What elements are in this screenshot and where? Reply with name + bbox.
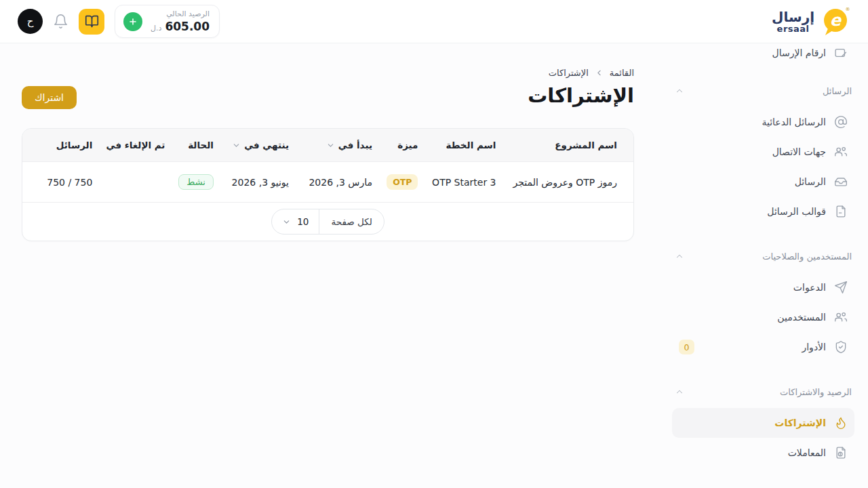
- app-root: e ® إرسال ersaal الرصيد الحالي 605.00 د.…: [0, 0, 868, 488]
- cell-status: نشط: [170, 174, 213, 190]
- balance-label: الرصيد الحالي: [166, 9, 210, 18]
- plus-icon: [128, 17, 138, 26]
- topbar: e ® إرسال ersaal الرصيد الحالي 605.00 د.…: [0, 0, 868, 43]
- per-page-label: لكل صفحة: [319, 209, 383, 234]
- per-page-value: 10: [297, 216, 309, 227]
- sidebar-section-header-users[interactable]: المستخدمين والصلاحيات: [672, 249, 854, 263]
- chevron-up-icon: [675, 251, 684, 261]
- sidebar-item-label: الدعوات: [679, 282, 826, 293]
- title-row: الإشتراكات اشتراك: [22, 83, 634, 109]
- sidebar-item-label: قوالب الرسائل: [679, 206, 826, 217]
- balance-texts: الرصيد الحالي 605.00 د.ل: [151, 9, 210, 33]
- sidebar-item-invitations[interactable]: الدعوات: [672, 272, 854, 302]
- notifications-button[interactable]: [53, 14, 68, 29]
- sidebar-item-contacts[interactable]: جهات الاتصال: [672, 137, 854, 167]
- docs-button[interactable]: [79, 9, 104, 35]
- sidebar-item-transactions[interactable]: المعاملات: [672, 438, 854, 468]
- sidebar-item-label: جهات الاتصال: [679, 146, 826, 157]
- balance-currency: د.ل: [151, 24, 161, 33]
- page-title: الإشتراكات: [528, 83, 634, 108]
- sidebar-section-balance-subscriptions: الرصيد والاشتراكات الإشتراكات: [672, 385, 854, 468]
- column-header-plan: اسم الخطة: [423, 140, 496, 150]
- sidebar-section-header-messages[interactable]: الرسائل: [672, 84, 854, 98]
- table-footer: لكل صفحة 10: [22, 202, 633, 241]
- status-badge: نشط: [178, 174, 214, 190]
- sidebar-section-header-balance[interactable]: الرصيد والاشتراكات: [672, 385, 854, 399]
- file-text-icon: [834, 205, 848, 218]
- contacts-icon: [834, 145, 848, 159]
- brand-name-arabic: إرسال: [772, 10, 814, 24]
- send-icon: [834, 281, 848, 294]
- chevron-down-icon: [282, 218, 291, 226]
- sidebar-item-roles[interactable]: الأدوار 0: [672, 332, 854, 362]
- add-balance-button[interactable]: [123, 12, 142, 31]
- sidebar-item-label: الأدوار: [703, 342, 826, 352]
- brand-name-latin: ersaal: [777, 24, 810, 33]
- main-content: القائمة الإشتراكات الإشتراكات اشتراك اسم…: [0, 43, 661, 488]
- table-row[interactable]: رموز OTP وعروض المتجر OTP Starter 3 OTP …: [22, 161, 633, 202]
- section-title: المستخدمين والصلاحيات: [762, 251, 852, 262]
- svg-text:®: ®: [846, 7, 850, 12]
- shield-check-icon: [834, 340, 848, 354]
- chevron-up-icon: [675, 86, 684, 96]
- table-header-row: اسم المشروع اسم الخطة ميزة يبدأ في ينتهي…: [22, 129, 633, 161]
- sort-chevron-down-icon[interactable]: [326, 141, 335, 150]
- sidebar-item-label: المعاملات: [679, 447, 826, 458]
- topbar-actions: الرصيد الحالي 605.00 د.ل: [18, 5, 220, 38]
- sidebar-section-users-permissions: المستخدمين والصلاحيات الدعوات: [672, 249, 854, 362]
- brand-logo-icon: e ®: [821, 6, 850, 37]
- sidebar-item-label: المستخدمين: [679, 312, 826, 323]
- sidebar-item-message-templates[interactable]: قوالب الرسائل: [672, 197, 854, 226]
- feature-badge: OTP: [387, 174, 418, 190]
- column-header-cancelled: تم الإلغاء في: [98, 140, 165, 150]
- sidebar-section-messages: الرسائل الرسائل الدعائية: [672, 84, 854, 226]
- users-icon: [834, 310, 848, 324]
- breadcrumb-parent[interactable]: القائمة: [610, 68, 634, 78]
- roles-count-badge: 0: [679, 340, 694, 354]
- sidebar: ارقام الإرسال الرسائل الرسائل الدعائية: [661, 43, 868, 488]
- divider: [319, 209, 319, 234]
- sidebar-item-label: الرسائل: [679, 176, 826, 187]
- sidebar-item-subscriptions[interactable]: الإشتراكات: [672, 408, 854, 438]
- chevron-up-icon: [675, 387, 684, 396]
- column-header-ends[interactable]: ينتهي في: [219, 140, 289, 150]
- avatar-letter: ح: [27, 16, 34, 28]
- svg-text:e: e: [830, 11, 842, 30]
- per-page-control: لكل صفحة 10: [271, 209, 384, 235]
- section-title: الرصيد والاشتراكات: [780, 387, 852, 397]
- sidebar-item-users[interactable]: المستخدمين: [672, 302, 854, 332]
- sender-id-icon: [834, 46, 848, 60]
- section-title: الرسائل: [823, 86, 852, 96]
- subscriptions-table-card: اسم المشروع اسم الخطة ميزة يبدأ في ينتهي…: [22, 128, 634, 241]
- flame-icon: [834, 416, 848, 430]
- balance-widget: الرصيد الحالي 605.00 د.ل: [115, 5, 220, 38]
- cell-starts-at: مارس 3, 2026: [294, 177, 372, 188]
- open-book-icon: [85, 14, 99, 28]
- column-header-status: الحالة: [170, 140, 213, 150]
- sidebar-item-messages[interactable]: الرسائل: [672, 167, 854, 197]
- chevron-left-icon: [595, 68, 604, 77]
- brand-logo: e ® إرسال ersaal: [772, 6, 850, 37]
- sidebar-item-sender-numbers[interactable]: ارقام الإرسال: [672, 43, 854, 68]
- column-header-project: اسم المشروع: [502, 140, 618, 150]
- user-avatar[interactable]: ح: [18, 9, 43, 34]
- column-header-starts[interactable]: يبدأ في: [294, 140, 372, 150]
- receipt-dollar-icon: [834, 446, 848, 460]
- breadcrumb-current: الإشتراكات: [549, 68, 589, 78]
- sidebar-item-label: الإشتراكات: [679, 418, 826, 428]
- sort-chevron-down-icon[interactable]: [232, 141, 241, 150]
- sidebar-item-label: ارقام الإرسال: [679, 47, 826, 58]
- cell-feature: OTP: [378, 174, 418, 190]
- sidebar-item-promo-messages[interactable]: الرسائل الدعائية: [672, 107, 854, 137]
- breadcrumb: القائمة الإشتراكات: [22, 68, 634, 78]
- subscribe-button[interactable]: اشتراك: [22, 86, 77, 109]
- per-page-select[interactable]: 10: [272, 209, 319, 234]
- sidebar-item-label: الرسائل الدعائية: [679, 117, 826, 127]
- column-header-feature: ميزة: [378, 140, 418, 150]
- cell-messages-quota: 750 / 750: [39, 177, 92, 188]
- inbox-icon: [834, 175, 848, 188]
- column-header-messages: الرسائل: [39, 140, 92, 150]
- brand-logo-text: إرسال ersaal: [772, 10, 814, 33]
- cell-ends-at: يونيو 3, 2026: [219, 177, 289, 188]
- cell-plan-name: OTP Starter 3: [423, 177, 496, 188]
